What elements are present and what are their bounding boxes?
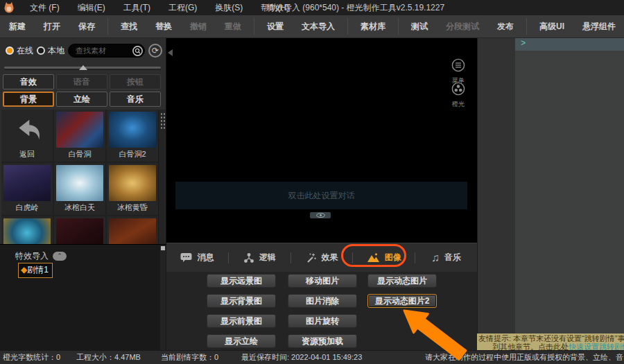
find-button[interactable]: 查找 xyxy=(112,15,146,37)
asset-grid-scrollbar[interactable] xyxy=(158,110,166,244)
radio-local[interactable]: 本地 xyxy=(37,45,64,57)
save-button[interactable]: 保存 xyxy=(69,15,104,37)
asset-cell[interactable]: 冰棺黄昏 xyxy=(107,163,158,215)
show-dynamic-image-button[interactable]: 显示动态图片 xyxy=(367,274,437,288)
asset-cell[interactable] xyxy=(1,216,53,244)
orange-light-circle-icon xyxy=(451,81,466,96)
image-icon xyxy=(367,252,380,263)
asset-library-button[interactable]: 素材库 xyxy=(352,15,395,37)
move-image-button[interactable]: 移动图片 xyxy=(288,274,357,288)
test-button[interactable]: 测试 xyxy=(402,15,437,37)
asset-cell[interactable]: 白骨洞 xyxy=(54,110,105,162)
tab-logic[interactable]: 逻辑 xyxy=(229,243,291,272)
show-foreground-button[interactable]: 显示前景图 xyxy=(207,314,276,328)
tab-effect[interactable]: 效果 xyxy=(291,243,353,272)
stage-light-button[interactable]: 橙光 xyxy=(447,81,470,109)
replace-button[interactable]: 替换 xyxy=(146,15,181,37)
floating-widget-button[interactable]: 悬浮组件 xyxy=(573,15,624,37)
advanced-ui-button[interactable]: 高级UI xyxy=(530,15,573,37)
script-gutter xyxy=(477,38,515,350)
asset-label: 返回 xyxy=(1,148,53,162)
tip-line2-text: 到其他章节。点击此处 xyxy=(492,343,569,350)
open-button[interactable]: 打开 xyxy=(35,15,69,37)
tab-music[interactable]: ♫ 音乐 xyxy=(415,243,477,272)
category-sprite[interactable]: 立绘 xyxy=(56,92,107,107)
titlebar: 文件 (F) 编辑(E) 工具(T) 工程(G) 换肤(S) 帮助(H) 特效导… xyxy=(0,0,624,15)
asset-cell[interactable]: 白骨洞2 xyxy=(107,110,158,162)
collapse-left-panel-handle[interactable] xyxy=(168,49,173,56)
asset-panel: 在线 本地 ⟳ 音效 语音 按钮 背景 xyxy=(0,38,166,350)
radio-local-dot[interactable] xyxy=(37,46,45,55)
scrollbar-grip[interactable] xyxy=(159,112,166,130)
scene-item[interactable]: ◆剧情1 xyxy=(18,263,53,278)
show-sprite-button[interactable]: 显示立绘 xyxy=(207,334,276,348)
asset-grid: 返回 白骨洞 白骨洞2 白虎岭 冰棺白天 冰棺黄昏 xyxy=(1,110,158,244)
command-column-1: 显示远景图 显示背景图 显示前景图 显示立绘 xyxy=(207,274,276,348)
tab-label: 效果 xyxy=(321,252,338,263)
category-background[interactable]: 背景 xyxy=(3,92,54,107)
magnifier-icon[interactable] xyxy=(132,46,143,56)
script-panel[interactable]: > xyxy=(515,38,624,350)
category-buttons: 音效 语音 按钮 背景 立绘 音乐 xyxy=(3,74,164,107)
show-distant-bg-button[interactable]: 显示远景图 xyxy=(207,274,276,288)
tab-image[interactable]: 图像 xyxy=(353,243,415,272)
asset-thumbnail xyxy=(56,165,103,201)
tab-message[interactable]: 消息 xyxy=(166,243,228,272)
publish-button[interactable]: 发布 xyxy=(488,15,523,37)
effect-import-panel: 特效导入 ⌃ ◆剧情1 xyxy=(0,244,166,350)
stage-preview[interactable]: 菜单 橙光 双击此处设置对话 xyxy=(166,38,477,243)
refresh-icon[interactable]: ⟳ xyxy=(148,44,162,58)
effect-panel-scrollbar[interactable] xyxy=(160,245,166,350)
thumbnail-size-slider[interactable] xyxy=(4,64,161,71)
radio-online-dot[interactable] xyxy=(6,46,14,55)
music-icon: ♫ xyxy=(431,253,440,263)
segment-test-button: 分段测试 xyxy=(437,15,488,37)
menu-circle-icon xyxy=(451,58,466,73)
undo-button: 撤销 xyxy=(181,15,216,37)
toggle-dialog-visibility-button[interactable] xyxy=(310,212,331,218)
menu-project[interactable]: 工程(G) xyxy=(159,0,206,15)
new-button[interactable]: 新建 xyxy=(0,15,35,37)
asset-source-row: 在线 本地 ⟳ xyxy=(6,42,162,59)
asset-cell[interactable] xyxy=(107,216,158,244)
asset-back-cell[interactable]: 返回 xyxy=(1,110,53,162)
tip-line2: 到其他章节。点击此处快速设置跳转剧情 xyxy=(478,343,623,350)
chevron-up-icon[interactable]: ⌃ xyxy=(53,252,67,261)
asset-label: 白骨洞 xyxy=(54,148,105,162)
copyright-notice: 请大家在制作的过程中使用正版或有授权的背景、立绘、音 xyxy=(425,351,623,364)
asset-label: 白骨洞2 xyxy=(107,148,158,162)
last-saved-stat: 最近保存时间: 2022-04-01 15:49:23 xyxy=(241,351,362,364)
event-tabbar: 消息 逻辑 效果 xyxy=(166,243,477,272)
effect-icon xyxy=(305,252,316,263)
erase-image-button[interactable]: 图片消除 xyxy=(288,294,357,308)
asset-thumbnail xyxy=(56,218,103,244)
slider-thumb[interactable] xyxy=(79,65,87,70)
scrollbar-thumb[interactable] xyxy=(161,246,165,250)
window-title: 特效导入 (960*540) - 橙光制作工具v2.5.19.1227 xyxy=(267,0,444,15)
settings-button[interactable]: 设置 xyxy=(258,15,293,37)
radio-online[interactable]: 在线 xyxy=(6,45,33,57)
effect-import-header: 特效导入 ⌃ xyxy=(15,250,67,262)
quick-jump-link[interactable]: 快速设置跳转剧情 xyxy=(569,343,624,350)
app-window: 文件 (F) 编辑(E) 工具(T) 工程(G) 换肤(S) 帮助(H) 特效导… xyxy=(0,0,624,364)
menu-edit[interactable]: 编辑(E) xyxy=(69,0,114,15)
tip-line1: 友情提示: 本章节末还没有设置“跳转剧情”事件，可 xyxy=(478,334,623,343)
show-dynamic-image2-button[interactable]: 显示动态图片2 xyxy=(367,294,437,308)
asset-label: 冰棺白天 xyxy=(54,201,105,215)
text-import-button[interactable]: 文本导入 xyxy=(293,15,344,37)
menu-tools[interactable]: 工具(T) xyxy=(114,0,159,15)
toolbar-separator xyxy=(107,18,108,35)
script-prompt-line[interactable]: > xyxy=(515,38,624,51)
category-sound[interactable]: 音效 xyxy=(3,74,54,89)
menu-file[interactable]: 文件 (F) xyxy=(21,0,69,15)
rotate-image-button[interactable]: 图片旋转 xyxy=(288,314,357,328)
asset-cell[interactable]: 白虎岭 xyxy=(1,163,53,215)
asset-label: 白虎岭 xyxy=(1,201,53,215)
category-music[interactable]: 音乐 xyxy=(110,92,161,107)
menu-skin[interactable]: 换肤(S) xyxy=(206,0,252,15)
asset-cell[interactable] xyxy=(54,216,105,244)
preload-resource-button[interactable]: 资源预加载 xyxy=(288,334,357,348)
show-background-button[interactable]: 显示背景图 xyxy=(207,294,276,308)
asset-cell[interactable]: 冰棺白天 xyxy=(54,163,105,215)
dialog-textbox[interactable]: 双击此处设置对话 xyxy=(175,182,467,209)
